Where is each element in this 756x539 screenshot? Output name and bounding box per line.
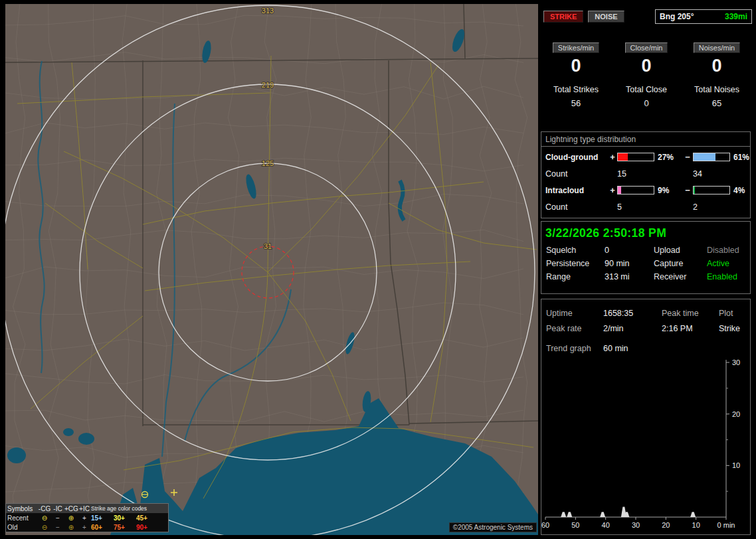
ic-plus-pct: 9%: [654, 186, 682, 195]
bearing-distance: 339mi: [725, 12, 747, 21]
rate-counters: Strikes/min 0 Total Strikes 56 Close/min…: [541, 41, 752, 108]
status-row: Persistence 90 min Capture Active: [541, 257, 750, 270]
svg-text:10: 10: [732, 461, 740, 469]
cg-minus-bar: [693, 153, 730, 161]
capture-status: Active: [707, 259, 745, 268]
svg-text:0 min: 0 min: [717, 521, 735, 529]
cg-minus-pct: 61%: [730, 153, 753, 162]
stats-row: Uptime 1658:35 Peak time Plot: [541, 305, 750, 321]
ic-plus-bar-fill: [618, 187, 621, 194]
stats-panel: Uptime 1658:35 Peak time Plot Peak rate …: [541, 299, 751, 535]
strikes-per-min-column: Strikes/min 0 Total Strikes 56: [541, 41, 611, 108]
uptime-value: 1658:35: [603, 309, 662, 318]
old-pos-ic-symbol: +: [78, 524, 91, 531]
cg-plus-bar: [617, 153, 654, 161]
recent-pos-ic-symbol: +: [78, 514, 91, 522]
recent-neg-ic-symbol: −: [51, 514, 64, 522]
svg-text:20: 20: [662, 521, 670, 529]
ic-plus-bar: [617, 186, 654, 194]
svg-text:50: 50: [571, 521, 579, 529]
age-code-30: 30+: [114, 514, 136, 522]
ring-label-313: 313: [262, 7, 274, 15]
strikes-per-min-button[interactable]: Strikes/min: [553, 42, 599, 53]
old-pos-cg-symbol: ⊕: [64, 524, 78, 531]
squelch-value: 0: [605, 246, 654, 255]
count-label: Count: [545, 169, 608, 179]
strike-mode-button[interactable]: STRIKE: [543, 11, 583, 23]
legend-header-row: Symbols -CG -IC +CG +IC Strike age color…: [6, 504, 168, 513]
plot-label: Plot: [719, 309, 745, 318]
noises-per-min-button[interactable]: Noises/min: [694, 42, 740, 53]
plus-sign: +: [608, 185, 617, 195]
cg-plus-count: 15: [617, 169, 654, 179]
intracloud-label: Intracloud: [545, 186, 608, 195]
svg-text:40: 40: [602, 521, 610, 529]
receiver-status: Enabled: [707, 272, 745, 281]
map-canvas: 313 219 125 31: [5, 4, 538, 535]
minus-sign: −: [682, 152, 693, 162]
trend-graph-window: 60 min: [603, 344, 662, 353]
legend-age-header: Strike age color codes: [91, 505, 159, 512]
noise-mode-button[interactable]: NOISE: [588, 11, 624, 23]
legend-col-neg-ic: -IC: [51, 505, 64, 512]
intracloud-count-row: Count 5 2: [543, 198, 749, 215]
svg-text:30: 30: [632, 521, 640, 529]
range-label: Range: [546, 272, 605, 281]
close-per-min-button[interactable]: Close/min: [625, 42, 668, 53]
age-code-90: 90+: [136, 524, 159, 531]
status-panel: 3/22/2026 2:50:18 PM Squelch 0 Upload Di…: [541, 221, 751, 294]
legend-old-row: Old ⊖ − ⊕ + 60+ 75+ 90+: [6, 522, 168, 532]
legend-col-pos-ic: +IC: [78, 505, 91, 512]
ic-minus-count: 2: [693, 202, 730, 212]
ic-minus-pct: 4%: [730, 186, 753, 195]
age-code-15: 15+: [91, 514, 114, 522]
cg-plus-bar-fill: [618, 153, 628, 161]
age-code-60: 60+: [91, 524, 114, 531]
age-code-45: 45+: [136, 514, 159, 522]
trend-graph-label: Trend graph: [546, 344, 603, 353]
uptime-label: Uptime: [546, 309, 603, 318]
cloud-ground-label: Cloud-ground: [545, 153, 608, 162]
bearing-readout: Bng 205° 339mi: [655, 9, 752, 24]
peak-rate-label: Peak rate: [546, 324, 603, 333]
stats-row: Trend graph 60 min: [541, 341, 750, 356]
ic-minus-bar: [693, 186, 730, 194]
persistence-label: Persistence: [546, 259, 605, 268]
svg-text:10: 10: [692, 521, 700, 529]
lake: [63, 428, 74, 436]
total-noises-label: Total Noises: [682, 85, 752, 94]
old-neg-ic-symbol: −: [51, 524, 64, 531]
cg-plus-pct: 27%: [654, 153, 682, 162]
legend-recent-label: Recent: [7, 514, 38, 522]
stats-row: Peak rate 2/min 2:16 PM Strike: [541, 321, 750, 336]
recent-neg-cg-symbol: ⊖: [38, 514, 51, 522]
range-value: 313 mi: [605, 272, 654, 281]
plot-value: Strike: [719, 324, 745, 333]
legend-col-neg-cg: -CG: [38, 505, 51, 512]
cg-minus-count: 34: [693, 169, 730, 179]
cloud-ground-count-row: Count 15 34: [543, 165, 749, 182]
distribution-title: Lightning type distribution: [541, 132, 750, 147]
age-code-75: 75+: [114, 524, 136, 531]
plus-sign: +: [608, 152, 617, 162]
total-strikes-label: Total Strikes: [541, 85, 611, 94]
status-row: Squelch 0 Upload Disabled: [541, 244, 750, 257]
app-window: 313 219 125 31 Symbols -CG: [0, 0, 756, 539]
close-per-min-value: 0: [611, 56, 682, 76]
distribution-panel: Lightning type distribution Cloud-ground…: [541, 131, 751, 218]
mode-row: STRIKE NOISE Bng 205° 339mi: [543, 9, 752, 24]
map[interactable]: 313 219 125 31 Symbols -CG: [5, 4, 538, 535]
peak-time-label: Peak time: [662, 309, 719, 318]
ring-label-31: 31: [264, 242, 272, 250]
total-close-label: Total Close: [611, 85, 682, 94]
persistence-value: 90 min: [605, 259, 654, 268]
capture-label: Capture: [654, 259, 707, 268]
trend-graph: 3020106050403020100 min: [541, 356, 750, 534]
noises-per-min-value: 0: [682, 56, 752, 76]
noises-per-min-column: Noises/min 0 Total Noises 65: [682, 41, 752, 108]
copyright-notice: ©2005 Astrogenic Systems: [449, 522, 537, 532]
datetime-display: 3/22/2026 2:50:18 PM: [541, 222, 750, 244]
svg-text:60: 60: [541, 521, 549, 529]
distribution-body: Cloud-ground + 27% − 61% Count 15 34: [541, 147, 750, 216]
peak-time-value: 2:16 PM: [662, 324, 719, 333]
